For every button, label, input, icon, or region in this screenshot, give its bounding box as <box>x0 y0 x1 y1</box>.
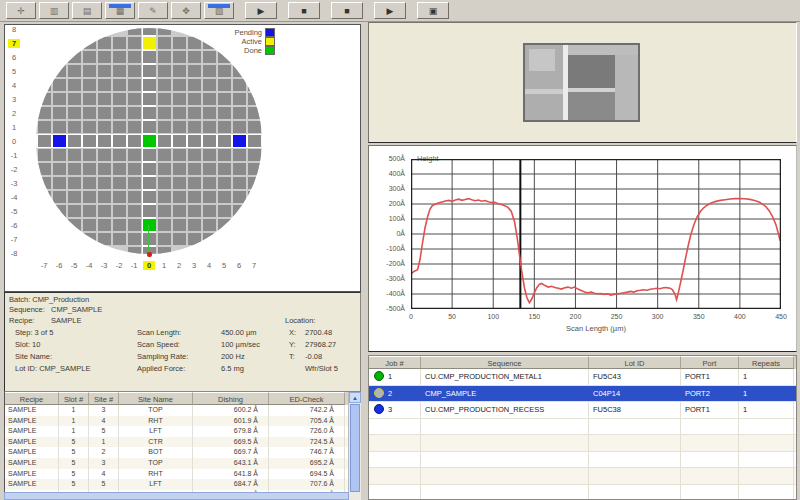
wafer-die[interactable] <box>38 149 51 161</box>
start-button[interactable]: ▶ <box>245 2 277 19</box>
stop-button[interactable]: ■ <box>288 2 320 19</box>
wafer-die[interactable] <box>158 51 171 63</box>
wafer-die[interactable] <box>158 191 171 203</box>
wafer-die[interactable] <box>113 79 126 91</box>
wafer-die[interactable] <box>218 219 231 231</box>
wafer-die[interactable] <box>98 37 111 49</box>
wafer-die[interactable] <box>113 93 126 105</box>
wafer-die[interactable] <box>128 247 141 254</box>
wafer-die[interactable] <box>248 79 261 91</box>
wafer-die[interactable] <box>173 163 186 175</box>
wafer-die[interactable] <box>233 149 246 161</box>
wafer-die[interactable] <box>128 205 141 217</box>
wafer-die[interactable] <box>98 163 111 175</box>
wafer-die[interactable] <box>68 219 81 231</box>
wafer-die[interactable] <box>173 149 186 161</box>
wafer-die[interactable] <box>188 135 201 147</box>
wafer-die[interactable] <box>113 191 126 203</box>
column-header-dishing[interactable]: Dishing <box>193 392 269 405</box>
wafer-die[interactable] <box>68 51 81 63</box>
wafer-die[interactable] <box>158 65 171 77</box>
wafer-die[interactable] <box>128 135 141 147</box>
wafer-die[interactable] <box>173 93 186 105</box>
wafer-die[interactable] <box>203 219 216 231</box>
wafer-die[interactable] <box>173 51 186 63</box>
wafer-die[interactable] <box>68 191 81 203</box>
wafer-die[interactable] <box>128 191 141 203</box>
wafer-die[interactable] <box>38 107 51 119</box>
wafer-die[interactable] <box>128 177 141 189</box>
wafer-die[interactable] <box>188 79 201 91</box>
wafer-die[interactable] <box>68 163 81 175</box>
wafer-die[interactable] <box>83 177 96 189</box>
data-view-button[interactable]: ▦ <box>105 2 135 19</box>
wafer-die[interactable] <box>233 163 246 175</box>
site-results-horizontal-scrollbar[interactable] <box>4 492 349 500</box>
wafer-die[interactable] <box>83 37 96 49</box>
wafer-die[interactable] <box>158 135 171 147</box>
column-header-site-name[interactable]: Site Name <box>119 392 193 405</box>
wafer-die[interactable] <box>233 177 246 189</box>
job-row[interactable]: 3CU.CMP_PRODUCTION_RECESSFU5C38PORT11 <box>369 402 796 419</box>
recipe-editor-button[interactable]: ▧ <box>204 2 234 19</box>
wafer-die[interactable] <box>203 149 216 161</box>
wafer-die[interactable] <box>143 107 156 119</box>
wafer-die[interactable] <box>203 93 216 105</box>
wafer-die[interactable] <box>143 149 156 161</box>
wafer-die[interactable] <box>188 163 201 175</box>
wafer-die[interactable] <box>143 28 156 35</box>
column-header-ed-check[interactable]: ED-Check <box>269 392 345 405</box>
wafer-die[interactable] <box>248 135 261 147</box>
wafer-die[interactable] <box>188 37 201 49</box>
wafer-die[interactable] <box>143 191 156 203</box>
column-header-lot-id[interactable]: Lot ID <box>589 356 681 369</box>
wafer-die[interactable] <box>218 107 231 119</box>
wafer-die[interactable] <box>68 107 81 119</box>
wafer-die[interactable] <box>173 135 186 147</box>
wafer-die[interactable] <box>38 163 51 175</box>
wafer-die[interactable] <box>128 93 141 105</box>
wafer-die[interactable] <box>158 149 171 161</box>
wafer-die[interactable] <box>98 135 111 147</box>
table-row[interactable]: SAMPLE54RHT641.8 Å694.5 Å <box>5 469 361 480</box>
wafer-die[interactable] <box>218 79 231 91</box>
scrollbar-thumb[interactable] <box>350 404 360 492</box>
wafer-die[interactable] <box>53 163 66 175</box>
wafer-die[interactable] <box>203 163 216 175</box>
wafer-die[interactable] <box>83 51 96 63</box>
wafer-die[interactable] <box>53 65 66 77</box>
wafer-die[interactable] <box>113 51 126 63</box>
wafer-die[interactable] <box>143 93 156 105</box>
wafer-die[interactable] <box>233 191 246 203</box>
wafer-die[interactable] <box>83 163 96 175</box>
wafer-die[interactable] <box>218 191 231 203</box>
wafer-die[interactable] <box>53 177 66 189</box>
wafer-die[interactable] <box>98 177 111 189</box>
wafer-die[interactable] <box>188 93 201 105</box>
table-row[interactable]: SAMPLE15LFT679.8 Å726.0 Å <box>5 426 361 437</box>
wafer-die[interactable] <box>98 65 111 77</box>
job-row[interactable]: 1CU.CMP_PRODUCTION_METAL1FU5C43PORT11 <box>369 369 796 386</box>
wafer-die[interactable] <box>218 163 231 175</box>
wafer-die[interactable] <box>218 65 231 77</box>
wafer-die[interactable] <box>173 205 186 217</box>
wafer-die[interactable] <box>203 177 216 189</box>
wafer-die[interactable] <box>203 121 216 133</box>
wafer-die[interactable] <box>98 219 111 231</box>
wafer-camera-image[interactable] <box>523 43 640 122</box>
wafer-die[interactable] <box>158 177 171 189</box>
wafer-die[interactable] <box>158 233 171 245</box>
wafer-die[interactable] <box>113 37 126 49</box>
wafer-die[interactable] <box>53 191 66 203</box>
wafer-die[interactable] <box>53 107 66 119</box>
wafer-die[interactable] <box>128 121 141 133</box>
wafer-die[interactable] <box>83 121 96 133</box>
wafer-die[interactable] <box>188 177 201 189</box>
wafer-die[interactable] <box>203 191 216 203</box>
wafer-die[interactable] <box>98 149 111 161</box>
wafer-die[interactable] <box>128 219 141 231</box>
wafer-site-die[interactable] <box>143 219 156 231</box>
wafer-die[interactable] <box>143 205 156 217</box>
scroll-up-icon[interactable]: ▲ <box>349 392 361 403</box>
wafer-die[interactable] <box>113 205 126 217</box>
